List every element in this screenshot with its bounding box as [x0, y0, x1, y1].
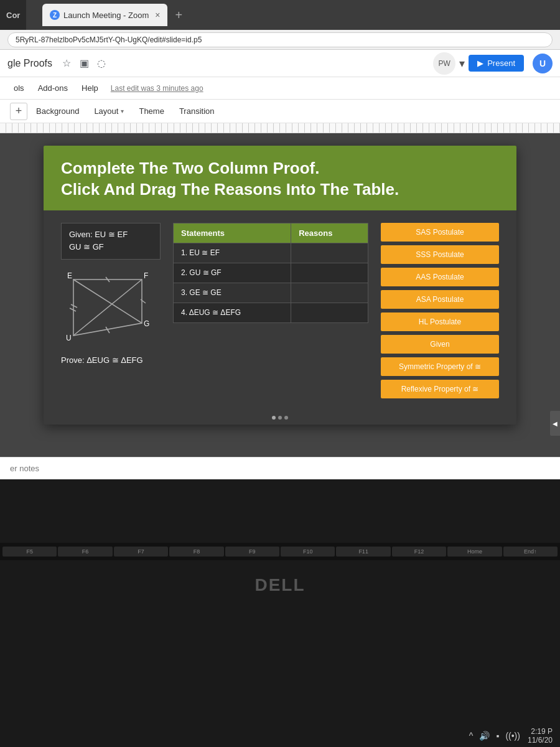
slide-dots [44, 411, 516, 425]
fn-key-home[interactable]: Home [447, 547, 502, 557]
menu-item-addons[interactable]: Add-ons [32, 81, 74, 95]
menu-bar: ols Add-ons Help Last edit was 3 minutes… [0, 77, 560, 100]
taskbar: ^ 🔊 ▪ ((•)) 2:19 P 11/6/20 [0, 725, 560, 747]
layout-button[interactable]: Layout ▾ [88, 104, 130, 118]
notes-label[interactable]: er notes [10, 464, 39, 473]
fn-key-f12[interactable]: F12 [392, 547, 446, 557]
slide-dot-1[interactable] [272, 416, 276, 420]
statement-1[interactable]: 1. EU ≅ EF [174, 243, 291, 263]
menu-item-ols[interactable]: ols [7, 81, 30, 95]
address-bar[interactable]: 5RyRL-87helzlboPv5cMJ5rtY-Qh-UgKQ/edit#s… [7, 32, 553, 47]
reason-btn-symmetric[interactable]: Symmetric Property of ≅ [381, 357, 499, 376]
zoom-tab[interactable]: Z Launch Meeting - Zoom × [42, 4, 167, 26]
statement-3[interactable]: 3. GE ≅ GE [174, 283, 291, 303]
transition-button[interactable]: Transition [173, 104, 221, 118]
cor-tab[interactable]: Cor [0, 0, 26, 30]
reason-1[interactable] [291, 243, 368, 263]
given-line2: GU ≅ GF [69, 241, 152, 254]
table-row: 4. ΔEUG ≅ ΔEFG [174, 303, 368, 322]
left-panel: Given: EU ≅ EF GU ≅ GF [61, 223, 161, 398]
background-button[interactable]: Background [30, 104, 85, 118]
fn-key-f6[interactable]: F6 [58, 547, 112, 557]
reason-3[interactable] [291, 283, 368, 303]
given-line1: Given: EU ≅ EF [69, 228, 152, 242]
layout-chevron: ▾ [121, 108, 124, 115]
address-text: 5RyRL-87helzlboPv5cMJ5rtY-Qh-UgKQ/edit#s… [16, 35, 202, 44]
reason-btn-sss[interactable]: SSS Postulate [381, 245, 499, 264]
fn-key-f8[interactable]: F8 [169, 547, 223, 557]
svg-text:E: E [67, 271, 72, 280]
theme-button[interactable]: Theme [133, 104, 170, 118]
slide-dot-3[interactable] [284, 416, 288, 420]
wifi-icon[interactable]: ((•)) [505, 731, 520, 741]
fn-key-f7[interactable]: F7 [114, 547, 168, 557]
transition-label: Transition [179, 106, 215, 116]
fn-key-end[interactable]: End↑ [503, 547, 558, 557]
reason-btn-hl[interactable]: HL Postulate [381, 312, 499, 331]
reasons-header: Reasons [291, 223, 368, 243]
statement-2[interactable]: 2. GU ≅ GF [174, 263, 291, 283]
address-bar-row: 5RyRL-87helzlboPv5cMJ5rtY-Qh-UgKQ/edit#s… [0, 30, 560, 50]
reason-btn-given[interactable]: Given [381, 335, 499, 354]
fn-key-row: F5 F6 F7 F8 F9 F10 F11 F12 Home End↑ [0, 543, 560, 560]
avatar-thumbnail: PW [433, 52, 455, 75]
table-row: 1. EU ≅ EF [174, 243, 368, 263]
cloud-icon[interactable]: ◌ [95, 57, 108, 70]
folder-icon[interactable]: ▣ [77, 57, 91, 70]
reason-btn-aas[interactable]: AAS Postulate [381, 268, 499, 286]
reason-buttons-panel: SAS Postulate SSS Postulate AAS Postulat… [381, 223, 499, 398]
fn-key-f10[interactable]: F10 [281, 547, 335, 557]
svg-text:F: F [144, 271, 148, 280]
taskbar-icons: ^ 🔊 ▪ ((•)) [469, 731, 520, 741]
slide[interactable]: Complete The Two Column Proof. Click And… [44, 146, 516, 425]
geo-svg: E F U G [61, 267, 161, 348]
svg-line-1 [73, 280, 142, 323]
chevron-down-icon[interactable]: ▾ [459, 57, 465, 70]
ruler [0, 123, 560, 133]
given-text: Given: EU ≅ EF GU ≅ GF [69, 228, 152, 255]
title-icon-group: ☆ ▣ ◌ [60, 57, 108, 70]
user-avatar[interactable]: U [533, 54, 553, 73]
slide-content: Given: EU ≅ EF GU ≅ GF [44, 210, 516, 411]
slide-dot-2[interactable] [278, 416, 282, 420]
speaker-icon[interactable]: 🔊 [479, 731, 490, 741]
app-title: gle Proofs [7, 58, 52, 69]
table-row: 2. GU ≅ GF [174, 263, 368, 283]
fn-key-f11[interactable]: F11 [336, 547, 390, 557]
add-slide-button[interactable]: + [10, 103, 27, 120]
star-icon[interactable]: ☆ [60, 57, 73, 70]
new-tab-button[interactable]: + [170, 8, 187, 22]
theme-label: Theme [139, 106, 164, 116]
zoom-tab-label: Launch Meeting - Zoom [63, 11, 149, 20]
proof-table-container: Statements Reasons 1. EU ≅ EF 2. GU ≅ GF [173, 223, 368, 398]
reason-2[interactable] [291, 263, 368, 283]
ruler-marks [0, 123, 560, 133]
svg-line-7 [71, 304, 77, 308]
reason-btn-sas[interactable]: SAS Postulate [381, 223, 499, 242]
last-edit-label: Last edit was 3 minutes ago [111, 84, 203, 93]
time-display: 2:19 P [528, 727, 553, 736]
present-button[interactable]: ▶ Present [469, 55, 524, 72]
fn-key-f9[interactable]: F9 [225, 547, 279, 557]
dell-logo: DELL [254, 575, 305, 595]
taskbar-time: 2:19 P 11/6/20 [528, 727, 553, 745]
fn-key-f5[interactable]: F5 [2, 547, 57, 557]
reason-btn-reflexive[interactable]: Reflexive Property of ≅ [381, 380, 499, 398]
present-label: Present [487, 59, 515, 68]
proof-table: Statements Reasons 1. EU ≅ EF 2. GU ≅ GF [173, 223, 368, 323]
caret-up-icon[interactable]: ^ [469, 731, 474, 741]
slide-container: Complete The Two Column Proof. Click And… [0, 133, 560, 457]
geometry-figure: E F U G [61, 267, 161, 348]
svg-text:G: G [144, 319, 149, 328]
statements-header: Statements [174, 223, 291, 243]
menu-item-help[interactable]: Help [75, 81, 105, 95]
reason-4[interactable] [291, 303, 368, 322]
reason-btn-asa[interactable]: ASA Postulate [381, 290, 499, 309]
svg-line-2 [73, 280, 142, 336]
collapse-handle[interactable]: ◀ [550, 411, 560, 436]
app-toolbar: gle Proofs ☆ ▣ ◌ PW ▾ ▶ Present U [0, 50, 560, 77]
zoom-tab-close[interactable]: × [155, 10, 160, 20]
statement-4[interactable]: 4. ΔEUG ≅ ΔEFG [174, 303, 291, 322]
monitor-icon[interactable]: ▪ [496, 731, 499, 741]
given-box: Given: EU ≅ EF GU ≅ GF [61, 223, 161, 260]
